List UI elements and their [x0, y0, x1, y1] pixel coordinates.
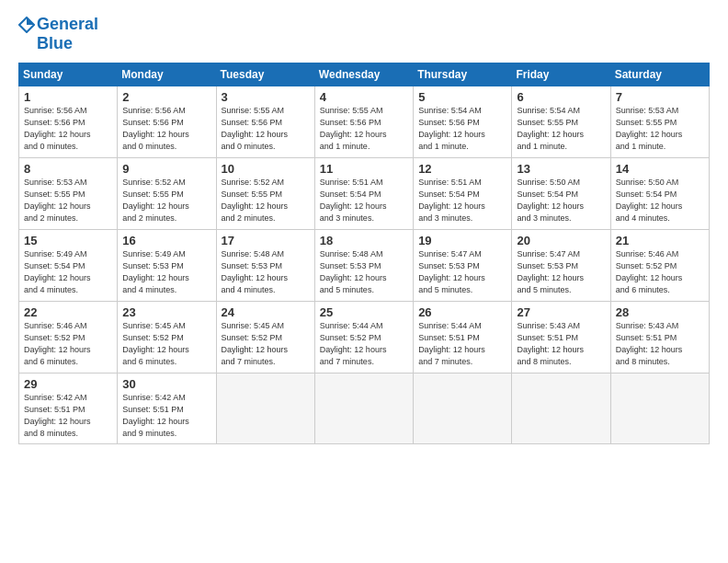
weekday-header: Sunday	[19, 63, 118, 86]
calendar-cell: 9 Sunrise: 5:52 AMSunset: 5:55 PMDayligh…	[118, 158, 216, 230]
day-number: 15	[24, 234, 112, 247]
day-info: Sunrise: 5:42 AMSunset: 5:51 PMDaylight:…	[24, 392, 112, 440]
day-number: 20	[517, 234, 605, 247]
day-info: Sunrise: 5:49 AMSunset: 5:53 PMDaylight:…	[122, 248, 210, 296]
calendar-cell: 23 Sunrise: 5:45 AMSunset: 5:52 PMDaylig…	[118, 302, 216, 373]
day-info: Sunrise: 5:53 AMSunset: 5:55 PMDaylight:…	[616, 105, 704, 153]
header: General Blue	[18, 15, 710, 53]
day-number: 26	[418, 305, 506, 319]
day-info: Sunrise: 5:43 AMSunset: 5:51 PMDaylight:…	[616, 320, 704, 368]
calendar-cell: 10 Sunrise: 5:52 AMSunset: 5:55 PMDaylig…	[216, 158, 314, 230]
day-info: Sunrise: 5:50 AMSunset: 5:54 PMDaylight:…	[616, 177, 704, 224]
calendar-cell: 20 Sunrise: 5:47 AMSunset: 5:53 PMDaylig…	[512, 230, 610, 302]
calendar-cell	[216, 373, 314, 444]
calendar-cell: 16 Sunrise: 5:49 AMSunset: 5:53 PMDaylig…	[118, 230, 216, 302]
day-info: Sunrise: 5:54 AMSunset: 5:55 PMDaylight:…	[517, 105, 605, 153]
day-number: 22	[24, 305, 112, 319]
day-number: 14	[616, 162, 704, 176]
calendar-cell: 11 Sunrise: 5:51 AMSunset: 5:54 PMDaylig…	[314, 158, 413, 230]
calendar-cell: 24 Sunrise: 5:45 AMSunset: 5:52 PMDaylig…	[216, 302, 314, 373]
logo-container: General Blue	[18, 15, 98, 53]
day-number: 7	[616, 90, 704, 104]
day-info: Sunrise: 5:52 AMSunset: 5:55 PMDaylight:…	[122, 177, 210, 224]
calendar-cell: 3 Sunrise: 5:55 AMSunset: 5:56 PMDayligh…	[216, 86, 314, 158]
day-number: 27	[517, 305, 605, 319]
logo-triangle-icon	[18, 17, 35, 33]
day-info: Sunrise: 5:56 AMSunset: 5:56 PMDaylight:…	[122, 105, 210, 153]
day-number: 21	[616, 234, 704, 247]
weekday-header: Wednesday	[314, 63, 413, 86]
day-number: 8	[24, 162, 112, 176]
calendar-cell: 1 Sunrise: 5:56 AMSunset: 5:56 PMDayligh…	[19, 86, 118, 158]
day-info: Sunrise: 5:42 AMSunset: 5:51 PMDaylight:…	[122, 392, 210, 440]
day-number: 24	[222, 305, 310, 319]
calendar-week-row: 29 Sunrise: 5:42 AMSunset: 5:51 PMDaylig…	[19, 373, 710, 444]
calendar-cell	[512, 373, 610, 444]
calendar-cell: 22 Sunrise: 5:46 AMSunset: 5:52 PMDaylig…	[19, 302, 118, 373]
day-info: Sunrise: 5:48 AMSunset: 5:53 PMDaylight:…	[320, 248, 408, 296]
day-number: 30	[122, 377, 210, 391]
day-info: Sunrise: 5:55 AMSunset: 5:56 PMDaylight:…	[222, 105, 310, 153]
calendar-cell: 18 Sunrise: 5:48 AMSunset: 5:53 PMDaylig…	[314, 230, 413, 302]
day-info: Sunrise: 5:49 AMSunset: 5:54 PMDaylight:…	[24, 248, 112, 296]
calendar-cell	[610, 373, 709, 444]
calendar-week-row: 15 Sunrise: 5:49 AMSunset: 5:54 PMDaylig…	[19, 230, 710, 302]
day-number: 16	[122, 234, 210, 247]
day-info: Sunrise: 5:44 AMSunset: 5:51 PMDaylight:…	[418, 320, 506, 368]
calendar-cell: 6 Sunrise: 5:54 AMSunset: 5:55 PMDayligh…	[512, 86, 610, 158]
day-info: Sunrise: 5:51 AMSunset: 5:54 PMDaylight:…	[320, 177, 408, 224]
calendar-cell: 30 Sunrise: 5:42 AMSunset: 5:51 PMDaylig…	[118, 373, 216, 444]
day-info: Sunrise: 5:56 AMSunset: 5:56 PMDaylight:…	[24, 105, 112, 153]
calendar-cell: 26 Sunrise: 5:44 AMSunset: 5:51 PMDaylig…	[414, 302, 512, 373]
day-number: 25	[320, 305, 408, 319]
calendar-cell: 28 Sunrise: 5:43 AMSunset: 5:51 PMDaylig…	[610, 302, 709, 373]
day-info: Sunrise: 5:47 AMSunset: 5:53 PMDaylight:…	[517, 248, 605, 296]
day-info: Sunrise: 5:48 AMSunset: 5:53 PMDaylight:…	[222, 248, 310, 296]
calendar-cell: 4 Sunrise: 5:55 AMSunset: 5:56 PMDayligh…	[314, 86, 413, 158]
day-number: 12	[418, 162, 506, 176]
calendar-cell: 8 Sunrise: 5:53 AMSunset: 5:55 PMDayligh…	[19, 158, 118, 230]
day-number: 10	[222, 162, 310, 176]
weekday-header: Monday	[118, 63, 216, 86]
weekday-header-row: SundayMondayTuesdayWednesdayThursdayFrid…	[19, 63, 710, 86]
day-info: Sunrise: 5:54 AMSunset: 5:56 PMDaylight:…	[418, 105, 506, 153]
calendar-cell: 7 Sunrise: 5:53 AMSunset: 5:55 PMDayligh…	[610, 86, 709, 158]
calendar-cell	[414, 373, 512, 444]
day-number: 6	[517, 90, 605, 104]
calendar-cell: 14 Sunrise: 5:50 AMSunset: 5:54 PMDaylig…	[610, 158, 709, 230]
calendar-cell: 27 Sunrise: 5:43 AMSunset: 5:51 PMDaylig…	[512, 302, 610, 373]
day-number: 29	[24, 377, 112, 391]
calendar-cell: 2 Sunrise: 5:56 AMSunset: 5:56 PMDayligh…	[118, 86, 216, 158]
weekday-header: Thursday	[414, 63, 512, 86]
weekday-header: Saturday	[610, 63, 709, 86]
day-number: 17	[222, 234, 310, 247]
day-info: Sunrise: 5:53 AMSunset: 5:55 PMDaylight:…	[24, 177, 112, 224]
day-number: 23	[122, 305, 210, 319]
weekday-header: Tuesday	[216, 63, 314, 86]
day-info: Sunrise: 5:50 AMSunset: 5:54 PMDaylight:…	[517, 177, 605, 224]
day-number: 2	[122, 90, 210, 104]
weekday-header: Friday	[512, 63, 610, 86]
day-info: Sunrise: 5:43 AMSunset: 5:51 PMDaylight:…	[517, 320, 605, 368]
logo-text-blue: Blue	[37, 34, 73, 53]
page: General Blue SundayMondayTuesdayWednesda…	[0, 0, 728, 563]
day-number: 4	[320, 90, 408, 104]
calendar-cell: 17 Sunrise: 5:48 AMSunset: 5:53 PMDaylig…	[216, 230, 314, 302]
day-info: Sunrise: 5:52 AMSunset: 5:55 PMDaylight:…	[222, 177, 310, 224]
calendar-cell: 5 Sunrise: 5:54 AMSunset: 5:56 PMDayligh…	[414, 86, 512, 158]
logo: General Blue	[18, 15, 98, 53]
day-number: 5	[418, 90, 506, 104]
calendar-cell: 25 Sunrise: 5:44 AMSunset: 5:52 PMDaylig…	[314, 302, 413, 373]
day-info: Sunrise: 5:55 AMSunset: 5:56 PMDaylight:…	[320, 105, 408, 153]
day-info: Sunrise: 5:46 AMSunset: 5:52 PMDaylight:…	[24, 320, 112, 368]
calendar-cell: 12 Sunrise: 5:51 AMSunset: 5:54 PMDaylig…	[414, 158, 512, 230]
day-number: 1	[24, 90, 112, 104]
day-number: 9	[122, 162, 210, 176]
calendar-week-row: 8 Sunrise: 5:53 AMSunset: 5:55 PMDayligh…	[19, 158, 710, 230]
day-number: 11	[320, 162, 408, 176]
calendar-cell: 29 Sunrise: 5:42 AMSunset: 5:51 PMDaylig…	[19, 373, 118, 444]
svg-marker-1	[27, 17, 34, 25]
day-info: Sunrise: 5:51 AMSunset: 5:54 PMDaylight:…	[418, 177, 506, 224]
day-number: 19	[418, 234, 506, 247]
day-number: 28	[616, 305, 704, 319]
